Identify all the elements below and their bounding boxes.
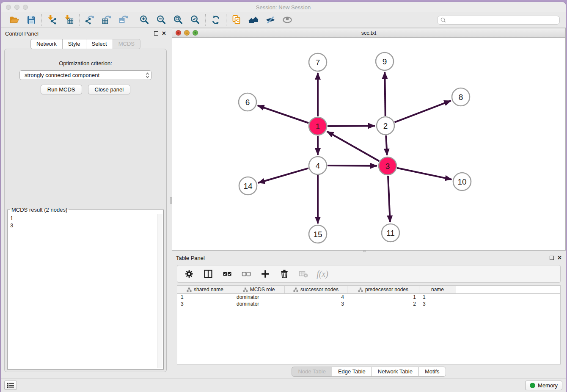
table-row[interactable]: 3dominator323 xyxy=(177,301,560,307)
close-panel-icon[interactable]: × xyxy=(558,256,561,260)
home-icon[interactable] xyxy=(248,15,259,25)
close-panel-button[interactable]: Close panel xyxy=(88,85,131,94)
delete-columns-icon[interactable] xyxy=(279,268,290,279)
duplicate-network-icon[interactable] xyxy=(231,15,242,25)
tab-edge-table[interactable]: Edge Table xyxy=(332,367,372,377)
open-session-icon[interactable] xyxy=(9,15,19,25)
import-table-icon[interactable] xyxy=(64,15,74,25)
task-history-button[interactable] xyxy=(4,381,17,390)
tab-node-table[interactable]: Node Table xyxy=(292,367,332,377)
graph-node-14[interactable]: 14 xyxy=(239,177,257,195)
zoom-fit-icon[interactable] xyxy=(173,15,183,25)
settings-icon[interactable] xyxy=(184,268,195,279)
float-panel-icon[interactable] xyxy=(154,31,158,36)
function-builder-icon[interactable]: f(x) xyxy=(317,268,328,279)
graph-edge-2-8[interactable] xyxy=(395,101,451,122)
column-header-MCDS-role[interactable]: MCDS role xyxy=(233,286,285,293)
table-row[interactable]: 1dominator411 xyxy=(177,294,560,301)
network-view-window: × − + scc.txt 7968124314101511 xyxy=(172,28,566,251)
tab-network-table[interactable]: Network Table xyxy=(372,367,418,377)
cell-shared-name[interactable]: 1 xyxy=(177,294,233,301)
close-panel-icon[interactable]: × xyxy=(162,31,166,36)
graph-node-15[interactable]: 15 xyxy=(309,225,327,243)
graph-node-3[interactable]: 3 xyxy=(379,157,396,175)
tab-mcds[interactable]: MCDS xyxy=(113,39,140,49)
graph-edge-2-9[interactable] xyxy=(385,72,385,116)
horizontal-splitter[interactable] xyxy=(172,251,566,252)
graph-node-4[interactable]: 4 xyxy=(309,157,327,174)
column-header-predecessor-nodes[interactable]: predecessor nodes xyxy=(347,286,419,293)
cell-MCDS-role[interactable]: dominator xyxy=(233,294,285,301)
graph-node-10[interactable]: 10 xyxy=(453,173,471,190)
show-panels-icon[interactable] xyxy=(282,15,292,25)
graph-node-6[interactable]: 6 xyxy=(239,93,256,111)
column-header-successor-nodes[interactable]: successor nodes xyxy=(285,286,347,293)
splitter-grip[interactable] xyxy=(170,197,172,204)
delete-table-icon[interactable] xyxy=(298,268,309,279)
cell-successor-nodes[interactable]: 3 xyxy=(285,301,347,307)
export-table-icon[interactable] xyxy=(102,15,112,25)
graph-node-2[interactable]: 2 xyxy=(377,117,394,135)
import-network-icon[interactable] xyxy=(47,15,57,25)
memory-button[interactable]: Memory xyxy=(525,381,562,390)
network-window-controls: × − + xyxy=(176,30,198,36)
network-minimize-button[interactable]: − xyxy=(184,30,190,36)
graph-edge-3-10[interactable] xyxy=(397,168,452,179)
graph-node-11[interactable]: 11 xyxy=(382,224,399,242)
cell-MCDS-role[interactable]: dominator xyxy=(233,301,285,307)
zoom-window-button[interactable] xyxy=(23,5,28,10)
zoom-out-icon[interactable] xyxy=(156,15,166,25)
minimize-window-button[interactable] xyxy=(14,5,19,10)
zoom-in-icon[interactable] xyxy=(139,15,149,25)
graph-edge-4-14[interactable] xyxy=(258,168,308,183)
cell-shared-name[interactable]: 3 xyxy=(177,301,233,307)
criterion-select[interactable]: strongly connected component xyxy=(19,70,151,80)
graph-edge-4-3[interactable] xyxy=(328,166,377,166)
splitter-grip[interactable] xyxy=(363,251,366,252)
cell-predecessor-nodes[interactable]: 2 xyxy=(347,301,419,307)
graph-edge-3-1[interactable] xyxy=(327,131,379,161)
refresh-icon[interactable] xyxy=(211,15,221,25)
graph-node-9[interactable]: 9 xyxy=(376,52,394,70)
zoom-selected-icon[interactable] xyxy=(190,15,200,25)
export-network-icon[interactable] xyxy=(85,15,95,25)
graph-edge-2-3[interactable] xyxy=(386,135,387,155)
save-session-icon[interactable] xyxy=(26,15,36,25)
select-all-columns-icon[interactable] xyxy=(222,268,233,279)
hide-panels-icon[interactable] xyxy=(265,15,275,25)
graph-edge-1-6[interactable] xyxy=(258,105,309,123)
graph-node-8[interactable]: 8 xyxy=(452,88,470,106)
column-header-shared-name[interactable]: shared name xyxy=(177,286,233,293)
network-close-button[interactable]: × xyxy=(176,30,181,36)
tab-select[interactable]: Select xyxy=(86,39,113,49)
mcds-result-list[interactable]: 1 3 xyxy=(8,214,157,368)
tab-motifs[interactable]: Motifs xyxy=(418,367,446,377)
svg-text:11: 11 xyxy=(386,229,395,237)
column-header-name[interactable]: name xyxy=(419,286,456,293)
search-input[interactable] xyxy=(448,17,557,23)
control-panel-tabs: NetworkStyleSelectMCDS xyxy=(1,39,170,49)
vertical-splitter[interactable] xyxy=(170,28,172,378)
run-mcds-button[interactable]: Run MCDS xyxy=(41,85,82,94)
export-image-icon[interactable] xyxy=(118,15,129,25)
cell-successor-nodes[interactable]: 4 xyxy=(285,294,347,301)
graph-edge-3-11[interactable] xyxy=(388,176,390,222)
float-panel-icon[interactable] xyxy=(550,256,554,260)
cell-predecessor-nodes[interactable]: 1 xyxy=(347,294,419,301)
result-scrollbar[interactable] xyxy=(157,214,162,368)
show-columns-icon[interactable] xyxy=(203,268,214,279)
network-canvas[interactable]: 7968124314101511 xyxy=(172,38,565,250)
svg-text:1: 1 xyxy=(316,122,320,131)
tab-network[interactable]: Network xyxy=(30,39,62,49)
graph-edge-1-2[interactable] xyxy=(328,126,375,126)
graph-node-1[interactable]: 1 xyxy=(309,117,327,135)
network-maximize-button[interactable]: + xyxy=(193,30,198,36)
close-window-button[interactable] xyxy=(6,5,11,10)
tab-style[interactable]: Style xyxy=(62,39,86,49)
graph-node-7[interactable]: 7 xyxy=(309,53,327,71)
cell-name[interactable]: 1 xyxy=(419,294,456,301)
search-box[interactable] xyxy=(437,16,560,25)
create-column-icon[interactable] xyxy=(260,268,271,279)
cell-name[interactable]: 3 xyxy=(419,301,456,307)
unselect-all-columns-icon[interactable] xyxy=(241,268,252,279)
